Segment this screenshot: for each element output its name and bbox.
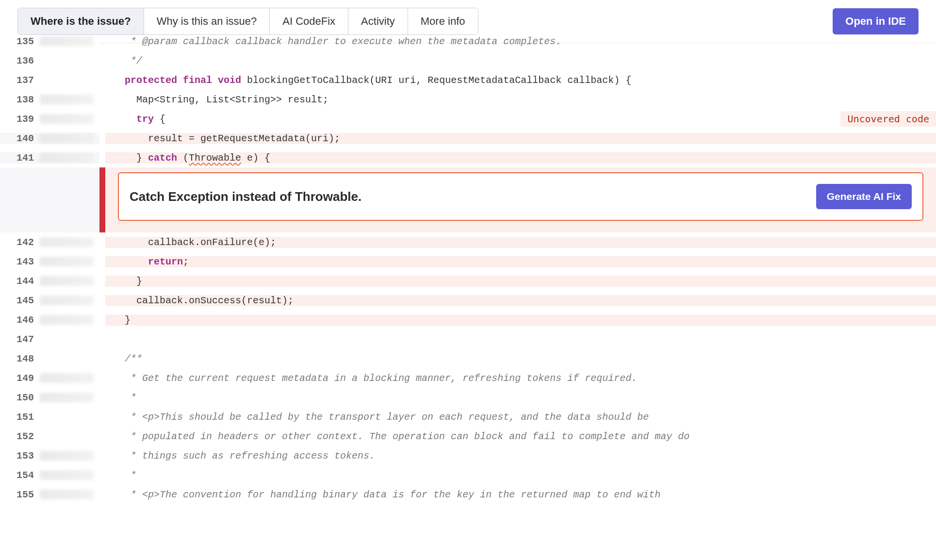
code-content[interactable]: */ (105, 55, 936, 66)
code-line: 154 * (0, 465, 936, 485)
line-number: 153 (7, 450, 34, 461)
generate-ai-fix-button[interactable]: Generate AI Fix (816, 184, 912, 209)
issue-callout: Catch Exception instead of Throwable.Gen… (0, 167, 936, 232)
line-number: 136 (7, 55, 34, 66)
line-number: 150 (7, 392, 34, 403)
code-content[interactable]: return; (105, 256, 936, 267)
line-number: 140 (7, 133, 34, 144)
uncovered-code-badge: Uncovered code (840, 111, 936, 127)
blame-author (40, 36, 94, 46)
line-number: 137 (7, 75, 34, 86)
blame-author (40, 133, 94, 143)
line-number: 144 (7, 276, 34, 287)
code-content[interactable]: callback.onSuccess(result); (105, 295, 936, 306)
code-line: 136 */ (0, 51, 936, 70)
code-line: 152 * populated in headers or other cont… (0, 427, 936, 446)
blame-author (40, 470, 94, 480)
code-line: 147 (0, 329, 936, 349)
code-line: 139 try { (0, 109, 936, 129)
code-line: 151 * <p>This should be called by the tr… (0, 407, 936, 427)
blame-author (40, 373, 94, 383)
code-content[interactable]: * populated in headers or other context.… (105, 431, 936, 442)
line-number: 155 (7, 489, 34, 500)
code-line: 144 } (0, 271, 936, 291)
line-number: 145 (7, 295, 34, 306)
line-number: 149 (7, 373, 34, 384)
issue-message: Catch Exception instead of Throwable. (130, 189, 361, 204)
line-number: 135 (7, 36, 34, 47)
code-content[interactable]: * <p>This should be called by the transp… (105, 412, 936, 423)
code-content[interactable]: protected final void blockingGetToCallba… (105, 75, 936, 86)
code-line: 140 result = getRequestMetadata(uri); (0, 129, 936, 148)
code-content[interactable]: /** (105, 353, 936, 364)
line-number: 141 (7, 152, 34, 164)
code-content[interactable]: * things such as refreshing access token… (105, 450, 936, 461)
code-line: 142 callback.onFailure(e); (0, 232, 936, 252)
code-content[interactable]: result = getRequestMetadata(uri); (105, 133, 936, 144)
blame-author (40, 296, 94, 305)
blame-author (40, 431, 94, 441)
code-line: 148 /** (0, 349, 936, 368)
blame-author (40, 315, 94, 325)
line-number: 152 (7, 431, 34, 442)
code-line: 141 } catch (Throwable e) { (0, 148, 936, 167)
blame-author (40, 334, 94, 344)
line-number: 147 (7, 334, 34, 345)
blame-author (40, 153, 94, 163)
line-number: 146 (7, 314, 34, 326)
code-content[interactable]: try { (105, 114, 936, 125)
blame-author (40, 75, 94, 85)
blame-author (40, 490, 94, 499)
line-number: 139 (7, 114, 34, 125)
blame-author (40, 237, 94, 247)
code-line: 155 * <p>The convention for handling bin… (0, 485, 936, 504)
blame-author (40, 451, 94, 461)
code-content[interactable]: callback.onFailure(e); (105, 237, 936, 248)
line-number: 142 (7, 237, 34, 248)
code-line: 135 * @param callback callback handler t… (0, 32, 936, 51)
blame-author (40, 393, 94, 402)
blame-author (40, 412, 94, 422)
code-line: 138 Map<String, List<String>> result; (0, 90, 936, 109)
code-line: 146 } (0, 310, 936, 329)
code-line: 149 * Get the current request metadata i… (0, 368, 936, 388)
blame-author (40, 95, 94, 104)
code-content[interactable]: * Get the current request metadata in a … (105, 373, 936, 384)
code-content[interactable]: Map<String, List<String>> result; (105, 94, 936, 105)
blame-author (40, 276, 94, 286)
blame-author (40, 114, 94, 124)
code-content[interactable]: } (105, 276, 936, 287)
blame-author (40, 257, 94, 266)
code-content[interactable]: * @param callback callback handler to ex… (105, 36, 936, 47)
line-number: 138 (7, 94, 34, 105)
code-content[interactable]: } catch (Throwable e) { (105, 152, 936, 164)
code-line: 150 * (0, 388, 936, 407)
code-content[interactable]: } (105, 314, 936, 326)
code-line: 145 callback.onSuccess(result); (0, 291, 936, 310)
code-content[interactable]: * (105, 392, 936, 403)
code-panel: Uncovered code 135 * @param callback cal… (0, 29, 936, 504)
line-number: 143 (7, 256, 34, 267)
code-line: 153 * things such as refreshing access t… (0, 446, 936, 465)
code-line: 143 return; (0, 252, 936, 271)
code-content[interactable]: * <p>The convention for handling binary … (105, 489, 936, 500)
code-content[interactable]: * (105, 470, 936, 481)
line-number: 151 (7, 412, 34, 423)
line-number: 154 (7, 470, 34, 481)
code-line: 137 protected final void blockingGetToCa… (0, 70, 936, 90)
line-number: 148 (7, 353, 34, 364)
blame-author (40, 354, 94, 363)
blame-author (40, 56, 94, 66)
